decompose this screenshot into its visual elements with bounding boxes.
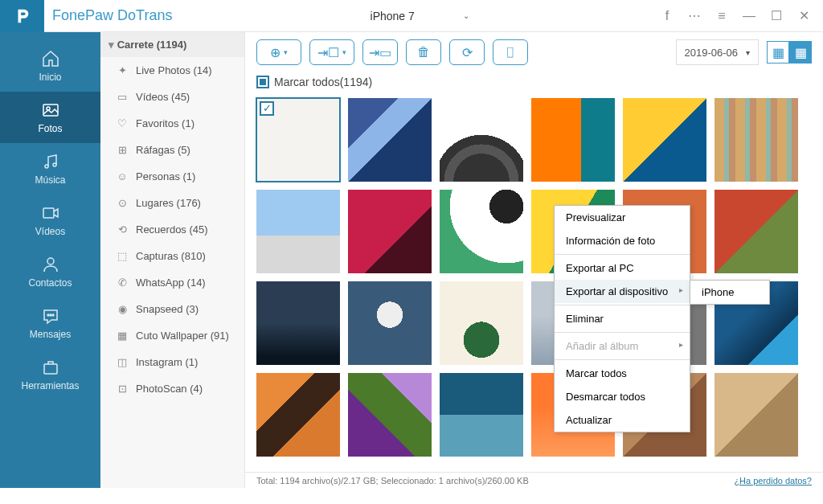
status-bar: Total: 1194 archivo(s)/2.17 GB; Seleccio… (245, 472, 823, 488)
photo-thumbnail[interactable] (348, 281, 432, 365)
sidebar-item-inicio[interactable]: Inicio (0, 40, 100, 92)
sidebar-item-mensajes[interactable]: Mensajes (0, 297, 100, 349)
device-selector[interactable]: iPhone 7 ⌄ (362, 10, 469, 23)
sidebar-label: Mensajes (30, 329, 71, 340)
album-icon: ⊞ (115, 144, 129, 156)
refresh-button[interactable]: ⟳ (449, 39, 485, 65)
select-all[interactable]: Marcar todos(1194) (245, 72, 823, 95)
photo-thumbnail[interactable]: ✓ (256, 98, 340, 182)
export-pc-button[interactable]: ⇥▭ (362, 39, 398, 65)
album-item[interactable]: ⊞Ráfagas (5) (100, 137, 244, 163)
device-name: iPhone 7 (371, 10, 415, 23)
menu-icon[interactable]: ≡ (714, 9, 730, 23)
ctx-delete[interactable]: Eliminar (555, 307, 690, 330)
album-label: Snapseed (3) (136, 303, 199, 315)
ctx-export-pc[interactable]: Exportar al PC (555, 256, 690, 280)
svg-point-6 (47, 314, 49, 316)
album-label: Vídeos (45) (136, 91, 190, 103)
album-icon: ⊙ (115, 197, 129, 209)
photo-thumbnail[interactable] (714, 373, 798, 457)
album-icon: ▭ (115, 91, 129, 103)
sidebar-label: Herramientas (21, 380, 79, 391)
album-item[interactable]: ♡Favoritos (1) (100, 110, 244, 137)
photo-thumbnail[interactable] (256, 373, 340, 457)
album-item[interactable]: ✆WhatsApp (14) (100, 269, 244, 296)
view-large-icon[interactable]: ▦ (767, 41, 789, 64)
svg-rect-9 (44, 364, 57, 374)
toolbox-button[interactable]: ⌷ (493, 39, 528, 65)
photo-thumbnail[interactable] (531, 98, 615, 182)
sidebar-item-videos[interactable]: Vídeos (0, 195, 100, 246)
delete-button[interactable]: 🗑 (406, 39, 441, 65)
lost-data-link[interactable]: ¿Ha perdido datos? (734, 476, 812, 486)
window-controls: f ⋯ ≡ — ☐ ✕ (659, 8, 823, 23)
svg-point-3 (53, 163, 56, 166)
ctx-submenu-iphone[interactable]: iPhone (690, 281, 769, 304)
maximize-icon[interactable]: ☐ (768, 8, 784, 23)
add-button[interactable]: ⊕ ▾ (256, 39, 301, 65)
ctx-export-device[interactable]: Exportar al dispositivo iPhone (555, 280, 690, 303)
ctx-unmark-all[interactable]: Desmarcar todos (555, 385, 690, 408)
album-label: Recuerdos (45) (136, 223, 208, 236)
sidebar-label: Fotos (38, 123, 62, 134)
album-item[interactable]: ▦Cuto Wallpaper (91) (100, 322, 244, 349)
album-panel: Carrete (1194) ✦Live Photos (14)▭Vídeos … (100, 32, 245, 488)
album-item[interactable]: ◉Snapseed (3) (100, 296, 244, 322)
sidebar: Inicio Fotos Música Vídeos Contactos Men… (0, 32, 100, 488)
ctx-preview[interactable]: Previsualizar (555, 206, 690, 229)
album-label: WhatsApp (14) (136, 277, 206, 289)
svg-rect-4 (43, 208, 54, 218)
album-label: Live Photos (14) (136, 64, 212, 76)
photo-thumbnail[interactable] (714, 98, 798, 182)
chevron-down-icon: ⌄ (463, 11, 469, 20)
album-label: Lugares (176) (136, 197, 201, 209)
album-item[interactable]: ⊙Lugares (176) (100, 190, 244, 216)
album-label: PhotoScan (4) (136, 383, 203, 395)
sidebar-item-musica[interactable]: Música (0, 143, 100, 195)
select-all-label: Marcar todos(1194) (274, 76, 372, 88)
feedback-icon[interactable]: f (659, 9, 675, 23)
sidebar-label: Contactos (28, 277, 72, 289)
photo-thumbnail[interactable] (623, 98, 706, 182)
view-toggle: ▦ ▦ (767, 41, 812, 64)
context-menu: Previsualizar Información de foto Export… (554, 205, 690, 432)
minimize-icon[interactable]: — (741, 9, 757, 23)
view-small-icon[interactable]: ▦ (789, 41, 812, 64)
titlebar: FonePaw DoTrans iPhone 7 ⌄ f ⋯ ≡ — ☐ ✕ (0, 0, 823, 32)
date-filter[interactable]: 2019-06-06 ▾ (676, 39, 760, 65)
album-item[interactable]: ☺Personas (1) (100, 163, 244, 190)
photo-thumbnail[interactable] (256, 281, 340, 365)
export-phone-button[interactable]: ⇥☐ ▾ (309, 39, 354, 65)
photo-thumbnail[interactable] (348, 98, 432, 182)
album-header[interactable]: Carrete (1194) (100, 32, 244, 57)
photo-thumbnail[interactable] (714, 190, 798, 273)
ctx-mark-all[interactable]: Marcar todos (555, 362, 690, 385)
select-all-checkbox[interactable] (256, 76, 269, 88)
close-icon[interactable]: ✕ (796, 8, 812, 23)
photo-thumbnail[interactable] (348, 373, 432, 457)
sidebar-item-fotos[interactable]: Fotos (0, 92, 100, 143)
photo-thumbnail[interactable] (440, 98, 523, 182)
album-item[interactable]: ⟲Recuerdos (45) (100, 216, 244, 243)
album-item[interactable]: ⊡PhotoScan (4) (100, 375, 244, 402)
album-icon: ♡ (115, 117, 129, 129)
photo-thumbnail[interactable] (440, 373, 523, 457)
photo-thumbnail[interactable] (348, 190, 432, 273)
album-item[interactable]: ✦Live Photos (14) (100, 57, 244, 84)
thumb-checkbox[interactable]: ✓ (260, 101, 274, 116)
svg-point-7 (50, 314, 51, 316)
album-icon: ⟲ (115, 223, 129, 236)
album-label: Ráfagas (5) (136, 144, 190, 156)
album-item[interactable]: ⬚Capturas (810) (100, 243, 244, 269)
sidebar-item-contactos[interactable]: Contactos (0, 246, 100, 297)
photo-thumbnail[interactable] (440, 281, 523, 365)
chat-icon[interactable]: ⋯ (686, 8, 702, 23)
photo-thumbnail[interactable] (440, 190, 523, 273)
ctx-refresh[interactable]: Actualizar (555, 408, 690, 432)
album-icon: ◉ (115, 303, 129, 315)
album-item[interactable]: ▭Vídeos (45) (100, 84, 244, 110)
sidebar-item-herramientas[interactable]: Herramientas (0, 349, 100, 400)
ctx-info[interactable]: Información de foto (555, 229, 690, 252)
photo-thumbnail[interactable] (256, 190, 340, 273)
album-item[interactable]: ◫Instagram (1) (100, 349, 244, 375)
